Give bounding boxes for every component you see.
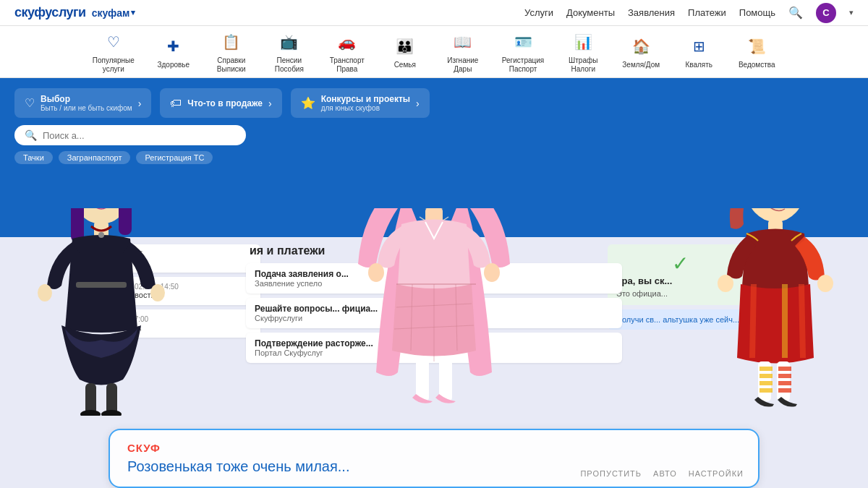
icon-agencies[interactable]: 📜 Ведомства [728, 29, 786, 75]
icon-certificates[interactable]: 📋 СправкиВыписки [203, 25, 260, 80]
eviction-icon: 📖 [451, 30, 475, 53]
icon-label-popular: Популярныеуслуги [93, 56, 135, 74]
svg-point-60 [817, 275, 833, 292]
chat-auto-button[interactable]: АВТО [653, 469, 677, 478]
icon-label-transport: ТранспортПрава [330, 56, 365, 74]
logo-gosuslugi[interactable]: скуфуслуги [14, 5, 86, 20]
hero-card-sale[interactable]: 🏷 Что-то в продаже › [160, 88, 281, 118]
svg-rect-63 [760, 374, 773, 378]
nav-link-documents[interactable]: Документы [566, 7, 615, 18]
logo-area: скуфуслуги скуфам [14, 5, 135, 20]
icon-label-eviction: ИзгнаниеДары [447, 56, 478, 74]
nav-links: Услуги Документы Заявления Платежи Помощ… [524, 3, 854, 23]
hero-card-contests-sub: для юных скуфов [321, 104, 410, 112]
icon-qualify[interactable]: ⊞ Квалять [670, 29, 728, 75]
char-center-svg [347, 208, 521, 430]
hero-search-icon: 🔍 [25, 129, 37, 141]
icon-family[interactable]: 👪 Семья [376, 29, 434, 75]
character-left [22, 208, 181, 416]
hero-search-input[interactable] [43, 130, 236, 141]
svg-rect-69 [778, 381, 791, 385]
svg-rect-42 [416, 358, 429, 401]
icon-label-pensions: ПенсииПособия [275, 56, 304, 74]
nav-link-help[interactable]: Помощь [739, 7, 775, 18]
hero-section: ♡ Выбор Быть / или не быть скифом › 🏷 Чт… [0, 78, 868, 208]
taxes-icon: 📊 [571, 30, 595, 53]
top-navigation: скуфуслуги скуфам Услуги Документы Заявл… [0, 0, 868, 26]
main-content: 10:37 ... 05.02.24 в 14:50 Новости в 07:… [0, 208, 868, 488]
hero-card-choice[interactable]: ♡ Выбор Быть / или не быть скифом › [14, 88, 151, 118]
nav-link-applications[interactable]: Заявления [628, 7, 675, 18]
avatar-chevron-icon[interactable]: ▾ [849, 8, 854, 17]
pensions-icon: 📺 [278, 30, 301, 53]
hero-tag-vehicle-reg[interactable]: Регистрация ТС [136, 151, 213, 164]
icon-eviction[interactable]: 📖 ИзгнаниеДары [434, 25, 492, 80]
icon-label-certificates: СправкиВыписки [217, 56, 246, 74]
character-right [694, 208, 854, 423]
certificates-icon: 📋 [220, 30, 243, 53]
heart-icon: ♡ [102, 30, 125, 53]
icon-passport[interactable]: 🪪 РегистрацияПаспорт [492, 25, 554, 80]
chat-settings-button[interactable]: НАСТРОЙКИ [689, 469, 744, 478]
svg-rect-3 [119, 208, 132, 235]
chat-speaker: СКУФ [127, 442, 741, 454]
nav-link-services[interactable]: Услуги [524, 7, 553, 18]
svg-point-13 [150, 284, 165, 301]
icon-property[interactable]: 🏠 Земля/Дом [612, 29, 670, 75]
svg-rect-64 [760, 381, 773, 385]
svg-point-18 [101, 410, 122, 416]
nav-link-payments[interactable]: Платежи [688, 7, 726, 18]
hero-tags: Тачки Загранпаспорт Регистрация ТС [14, 151, 854, 164]
svg-point-19 [98, 232, 104, 238]
svg-rect-68 [778, 374, 791, 378]
qualify-icon: ⊞ [687, 35, 710, 58]
chat-skip-button[interactable]: ПРОПУСТИТЬ [580, 469, 642, 478]
hero-card-sale-title: Что-то в продаже [187, 98, 263, 108]
health-icon: ✚ [162, 35, 185, 58]
property-icon: 🏠 [629, 35, 652, 58]
icon-label-passport: РегистрацияПаспорт [502, 56, 544, 74]
chat-box: СКУФ Розовенькая тоже очень милая... ПРО… [109, 429, 760, 488]
hero-tag-cars[interactable]: Тачки [14, 151, 53, 164]
svg-rect-70 [778, 388, 791, 393]
icon-health[interactable]: ✚ Здоровье [145, 29, 203, 75]
logo-skufam[interactable]: скуфам [92, 7, 136, 19]
character-center [347, 208, 521, 430]
icon-transport[interactable]: 🚗 ТранспортПрава [318, 25, 376, 80]
svg-rect-43 [439, 358, 452, 401]
svg-point-59 [718, 275, 733, 292]
icon-popular[interactable]: ♡ Популярныеуслуги [82, 25, 145, 80]
icon-pensions[interactable]: 📺 ПенсииПособия [260, 25, 318, 80]
service-icon-bar: ♡ Популярныеуслуги ✚ Здоровье 📋 СправкиВ… [0, 26, 868, 78]
char-left-svg [22, 208, 181, 416]
svg-rect-67 [778, 367, 791, 371]
hero-card-choice-sub: Быть / или не быть скифом [41, 104, 132, 112]
sale-icon: 🏷 [170, 97, 182, 110]
icon-label-qualify: Квалять [685, 61, 712, 69]
icon-taxes[interactable]: 📊 ШтрафыНалоги [554, 25, 612, 80]
icon-label-taxes: ШтрафыНалоги [569, 56, 597, 74]
hero-card-contests[interactable]: ⭐ Конкурсы и проекты для юных скуфов › [291, 88, 430, 118]
agencies-icon: 📜 [745, 35, 768, 58]
transport-icon: 🚗 [336, 30, 359, 53]
svg-rect-14 [76, 282, 127, 288]
choice-arrow-icon: › [138, 98, 142, 109]
search-icon[interactable]: 🔍 [788, 6, 803, 20]
hero-search-box: 🔍 [14, 125, 246, 145]
svg-point-17 [80, 410, 101, 416]
sale-arrow-icon: › [268, 98, 272, 109]
icon-label-agencies: Ведомства [739, 61, 775, 69]
svg-point-35 [368, 263, 384, 282]
hero-card-contests-title: Конкурсы и проекты [321, 94, 410, 104]
contests-icon: ⭐ [301, 96, 315, 110]
hero-cards: ♡ Выбор Быть / или не быть скифом › 🏷 Чт… [14, 88, 854, 118]
hero-tag-passport[interactable]: Загранпаспорт [59, 151, 131, 164]
svg-rect-62 [760, 367, 773, 371]
svg-rect-65 [760, 388, 773, 393]
passport-icon: 🪪 [511, 30, 535, 53]
user-avatar[interactable]: С [816, 3, 836, 23]
hero-search-row: 🔍 [14, 125, 854, 145]
char-right-svg [694, 208, 854, 423]
icon-label-health: Здоровье [157, 61, 190, 69]
icon-label-property: Земля/Дом [622, 61, 660, 69]
